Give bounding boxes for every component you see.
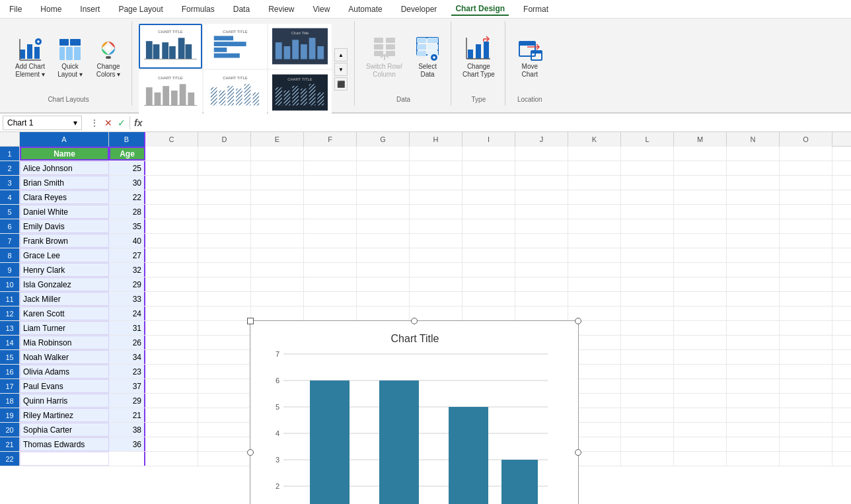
- cell-a11[interactable]: Jack Miller: [20, 292, 109, 306]
- cell-e1[interactable]: [251, 147, 304, 161]
- cell-c21[interactable]: [145, 437, 198, 451]
- cell-o6[interactable]: [780, 219, 832, 233]
- cell-d4[interactable]: [198, 190, 251, 204]
- chart-style-4[interactable]: CHART TITLE: [139, 70, 202, 115]
- cell-m8[interactable]: [674, 248, 727, 262]
- cell-a20[interactable]: Sophia Carter: [20, 423, 109, 437]
- menu-developer[interactable]: Developer: [397, 3, 441, 15]
- formula-input[interactable]: [150, 116, 848, 130]
- cell-j7[interactable]: [515, 234, 568, 248]
- cell-n22[interactable]: [727, 452, 780, 466]
- row-num-10[interactable]: 10: [0, 277, 20, 291]
- cell-f5[interactable]: [304, 205, 357, 219]
- cell-b5[interactable]: 28: [109, 205, 145, 219]
- cell-i6[interactable]: [462, 219, 515, 233]
- cell-d2[interactable]: [198, 161, 251, 175]
- menu-page-layout[interactable]: Page Layout: [114, 3, 166, 15]
- cell-k3[interactable]: [568, 176, 621, 190]
- cell-o11[interactable]: [780, 292, 832, 306]
- cell-a10[interactable]: Isla Gonzalez: [20, 277, 109, 291]
- cell-n1[interactable]: [727, 147, 780, 161]
- cell-c17[interactable]: [145, 379, 198, 393]
- cell-h6[interactable]: [410, 219, 462, 233]
- cell-m7[interactable]: [674, 234, 727, 248]
- cell-m15[interactable]: [674, 350, 727, 364]
- cell-d6[interactable]: [198, 219, 251, 233]
- cell-h5[interactable]: [410, 205, 462, 219]
- bar-2[interactable]: [379, 380, 419, 504]
- row-num-8[interactable]: 8: [0, 248, 20, 262]
- cell-f4[interactable]: [304, 190, 357, 204]
- cell-l10[interactable]: [621, 277, 674, 291]
- cell-d7[interactable]: [198, 234, 251, 248]
- cell-a19[interactable]: Riley Martinez: [20, 408, 109, 422]
- col-header-a[interactable]: A: [20, 132, 109, 147]
- cell-c5[interactable]: [145, 205, 198, 219]
- chart-handle-mr[interactable]: [575, 449, 581, 456]
- col-header-o[interactable]: O: [780, 132, 832, 147]
- menu-automate[interactable]: Automate: [344, 3, 386, 15]
- cell-o3[interactable]: [780, 176, 832, 190]
- col-header-f[interactable]: F: [304, 132, 357, 147]
- cell-c3[interactable]: [145, 176, 198, 190]
- cell-n20[interactable]: [727, 423, 780, 437]
- cell-i4[interactable]: [462, 190, 515, 204]
- chart-style-2[interactable]: CHART TITLE: [204, 24, 267, 69]
- cell-f2[interactable]: [304, 161, 357, 175]
- cell-h2[interactable]: [410, 161, 462, 175]
- cell-d15[interactable]: [198, 350, 251, 364]
- menu-formulas[interactable]: Formulas: [178, 3, 219, 15]
- cell-a18[interactable]: Quinn Harris: [20, 394, 109, 408]
- cell-m18[interactable]: [674, 394, 727, 408]
- cell-b10[interactable]: 29: [109, 277, 145, 291]
- cell-i3[interactable]: [462, 176, 515, 190]
- cell-h8[interactable]: [410, 248, 462, 262]
- chart-style-6[interactable]: CHART TITLE: [268, 70, 332, 115]
- cell-k10[interactable]: [568, 277, 621, 291]
- cell-a13[interactable]: Liam Turner: [20, 321, 109, 335]
- cell-o20[interactable]: [780, 423, 832, 437]
- cell-i8[interactable]: [462, 248, 515, 262]
- cell-c15[interactable]: [145, 350, 198, 364]
- cell-f10[interactable]: [304, 277, 357, 291]
- cell-c2[interactable]: [145, 161, 198, 175]
- cell-c14[interactable]: [145, 336, 198, 349]
- cell-m6[interactable]: [674, 219, 727, 233]
- cell-k5[interactable]: [568, 205, 621, 219]
- cell-d22[interactable]: [198, 452, 251, 466]
- row-num-17[interactable]: 17: [0, 379, 20, 393]
- cell-o22[interactable]: [780, 452, 832, 466]
- chart-handle-ml[interactable]: [247, 449, 254, 456]
- cell-k7[interactable]: [568, 234, 621, 248]
- col-header-g[interactable]: G: [357, 132, 410, 147]
- cell-d11[interactable]: [198, 292, 251, 306]
- cell-c9[interactable]: [145, 263, 198, 277]
- cell-n16[interactable]: [727, 365, 780, 378]
- cell-c11[interactable]: [145, 292, 198, 306]
- more-options-icon[interactable]: ⋮: [89, 118, 100, 128]
- row-num-14[interactable]: 14: [0, 336, 20, 349]
- cell-n14[interactable]: [727, 336, 780, 349]
- cell-d20[interactable]: [198, 423, 251, 437]
- cell-l9[interactable]: [621, 263, 674, 277]
- cell-g10[interactable]: [357, 277, 410, 291]
- cell-j3[interactable]: [515, 176, 568, 190]
- cell-o9[interactable]: [780, 263, 832, 277]
- cell-k9[interactable]: [568, 263, 621, 277]
- quick-layout-button[interactable]: QuickLayout ▾: [52, 34, 88, 82]
- cell-j10[interactable]: [515, 277, 568, 291]
- chart-style-5[interactable]: CHART TITLE: [204, 70, 267, 115]
- move-chart-button[interactable]: MoveChart: [512, 34, 548, 82]
- cell-c16[interactable]: [145, 365, 198, 378]
- row-num-20[interactable]: 20: [0, 423, 20, 437]
- cell-o10[interactable]: [780, 277, 832, 291]
- cell-b6[interactable]: 35: [109, 219, 145, 233]
- cell-l8[interactable]: [621, 248, 674, 262]
- cell-g3[interactable]: [357, 176, 410, 190]
- col-header-b[interactable]: B: [109, 132, 145, 147]
- cell-b9[interactable]: 32: [109, 263, 145, 277]
- cell-a2[interactable]: Alice Johnson: [20, 161, 109, 175]
- row-num-4[interactable]: 4: [0, 190, 20, 204]
- bar-3[interactable]: [449, 407, 488, 504]
- col-header-d[interactable]: D: [198, 132, 251, 147]
